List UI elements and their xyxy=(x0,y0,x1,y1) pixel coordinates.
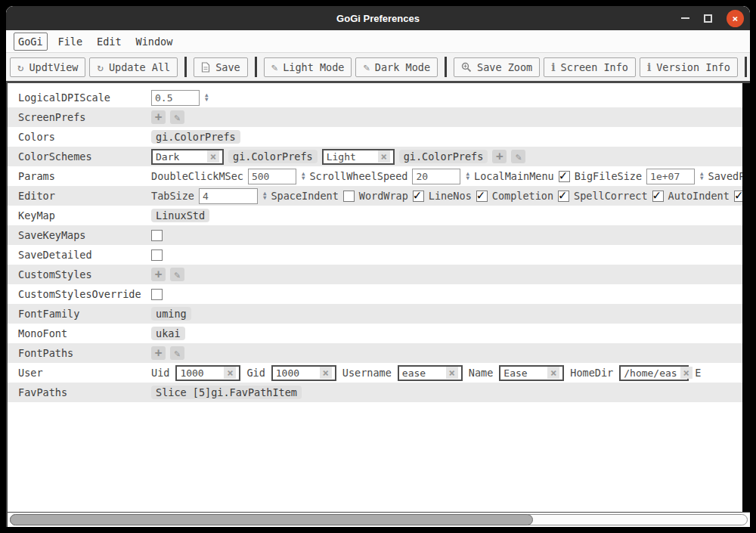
screen-info-button[interactable]: i Screen Info xyxy=(544,57,636,77)
titlebar[interactable]: GoGi Preferences × xyxy=(6,6,750,30)
scrollbar-track[interactable] xyxy=(10,514,748,525)
field-label: User xyxy=(18,367,151,379)
clear-button[interactable]: × xyxy=(547,367,559,379)
menu-gogi[interactable]: GoGi xyxy=(14,33,48,51)
spaceindent-checkbox[interactable] xyxy=(343,191,355,202)
clear-button[interactable]: × xyxy=(446,367,458,379)
scrollwheelspeed-value: 20 xyxy=(416,171,457,182)
pencil-icon: ✎ xyxy=(271,62,277,73)
spellcorrect-label: SpellCorrect xyxy=(574,190,648,202)
menu-file[interactable]: File xyxy=(54,33,87,50)
linenos-checkbox[interactable]: ✓ xyxy=(476,191,488,202)
maximize-button[interactable] xyxy=(704,14,712,23)
edit-button[interactable]: ✎ xyxy=(170,268,184,281)
uid-value: 1000 xyxy=(180,367,221,379)
edit-button[interactable]: ✎ xyxy=(511,150,525,163)
light-mode-button[interactable]: ✎ Light Mode xyxy=(264,57,352,77)
plus-icon: + xyxy=(155,347,163,359)
spinner: ▲▼ xyxy=(700,172,704,181)
bigfilesize-value: 1e+07 xyxy=(650,171,691,182)
check-icon: ✓ xyxy=(559,168,567,183)
savedetailed-checkbox[interactable] xyxy=(151,249,163,261)
row-colorschemes: ColorSchemes Dark × gi.ColorPrefs Light … xyxy=(8,147,742,166)
logicaldpiscale-input[interactable]: 0.5 xyxy=(151,90,200,106)
colorscheme-type-chip[interactable]: gi.ColorPrefs xyxy=(399,150,488,163)
localmainmenu-checkbox[interactable]: ✓ xyxy=(559,171,570,182)
spinner: ▲▼ xyxy=(466,172,469,181)
magnifier-icon xyxy=(461,62,472,73)
wordwrap-checkbox[interactable]: ✓ xyxy=(413,191,424,202)
tabsize-input[interactable]: 4 xyxy=(199,188,258,204)
spinner-down-icon[interactable]: ▼ xyxy=(700,176,704,181)
uid-input[interactable]: 1000× xyxy=(175,365,240,381)
minimize-button[interactable] xyxy=(681,17,689,19)
screen-info-label: Screen Info xyxy=(561,61,628,73)
edit-button[interactable]: ✎ xyxy=(170,110,184,124)
save-button[interactable]: Save xyxy=(194,57,248,77)
username-input[interactable]: ease× xyxy=(398,365,463,381)
scrollwheelspeed-input[interactable]: 20 xyxy=(412,169,460,184)
clear-button[interactable]: × xyxy=(680,367,692,379)
logicaldpiscale-value: 0.5 xyxy=(155,92,196,104)
toolbar-separator xyxy=(184,57,187,77)
monofont-chip[interactable]: ukai xyxy=(151,327,185,340)
wordwrap-label: WordWrap xyxy=(359,190,408,202)
clear-button[interactable]: × xyxy=(207,150,219,163)
menu-window[interactable]: Window xyxy=(132,33,177,50)
favpaths-chip[interactable]: Slice [5]gi.FavPathItem xyxy=(151,386,302,399)
maximize-icon xyxy=(704,14,712,23)
check-icon: ✓ xyxy=(735,187,742,203)
scrollwheelspeed-label: ScrollWheelSpeed xyxy=(309,170,407,182)
colorscheme-type-chip[interactable]: gi.ColorPrefs xyxy=(228,150,318,163)
add-button[interactable]: + xyxy=(151,110,166,124)
add-button[interactable]: + xyxy=(151,346,166,360)
doubleclickmsec-input[interactable]: 500 xyxy=(248,169,296,184)
clear-button[interactable]: × xyxy=(320,367,332,379)
spinner-down-icon[interactable]: ▼ xyxy=(205,98,209,102)
colors-type-chip[interactable]: gi.ColorPrefs xyxy=(151,130,240,144)
colorscheme-dark-input[interactable]: Dark × xyxy=(151,149,224,165)
menu-edit[interactable]: Edit xyxy=(93,33,125,50)
updtview-button[interactable]: ↻ UpdtView xyxy=(10,57,85,77)
clear-icon: × xyxy=(683,367,689,379)
keymap-chip[interactable]: LinuxStd xyxy=(151,209,209,222)
save-zoom-button[interactable]: Save Zoom xyxy=(454,57,540,77)
add-button[interactable]: + xyxy=(492,150,507,163)
scrollbar-thumb[interactable] xyxy=(10,514,533,525)
linenos-label: LineNos xyxy=(429,190,472,202)
fontfamily-chip[interactable]: uming xyxy=(151,307,191,321)
row-fontfamily: FontFamily uming xyxy=(8,304,742,324)
row-customstyles: CustomStyles + ✎ xyxy=(8,265,742,284)
doubleclickmsec-label: DoubleClickMSec xyxy=(151,170,243,182)
clear-button[interactable]: × xyxy=(224,367,236,379)
row-logicaldpiscale: LogicalDPIScale 0.5 ▲ ▼ xyxy=(8,88,742,107)
field-label: MonoFont xyxy=(18,327,151,339)
spinner-down-icon[interactable]: ▼ xyxy=(263,196,267,200)
field-label: ScreenPrefs xyxy=(18,111,151,123)
username-label: Username xyxy=(342,367,392,379)
homedir-input[interactable]: /home/eas× xyxy=(619,365,689,381)
version-info-button[interactable]: i Version Info xyxy=(640,57,738,77)
add-button[interactable]: + xyxy=(151,268,166,281)
field-label: Params xyxy=(18,170,151,182)
spinner-down-icon[interactable]: ▼ xyxy=(302,176,305,181)
savekeymaps-checkbox[interactable] xyxy=(151,230,163,241)
row-customstylesoverride: CustomStylesOverride xyxy=(8,284,742,304)
bigfilesize-input[interactable]: 1e+07 xyxy=(646,169,695,184)
name-input[interactable]: Ease× xyxy=(499,365,564,381)
spinner-down-icon[interactable]: ▼ xyxy=(466,176,469,181)
clear-button[interactable]: × xyxy=(378,150,390,163)
close-icon: × xyxy=(733,14,739,23)
document-icon xyxy=(201,62,210,73)
colorscheme-light-input[interactable]: Light × xyxy=(322,149,395,165)
autoindent-checkbox[interactable]: ✓ xyxy=(734,191,742,202)
dark-mode-button[interactable]: ✎ Dark Mode xyxy=(355,57,438,77)
pencil-icon: ✎ xyxy=(516,152,522,162)
edit-button[interactable]: ✎ xyxy=(170,346,184,360)
completion-checkbox[interactable]: ✓ xyxy=(558,191,569,202)
gid-input[interactable]: 1000× xyxy=(271,365,336,381)
update-all-button[interactable]: ↻ Update All xyxy=(89,57,178,77)
customstylesoverride-checkbox[interactable] xyxy=(151,289,163,300)
spellcorrect-checkbox[interactable]: ✓ xyxy=(652,191,664,202)
close-button[interactable]: × xyxy=(727,10,744,27)
